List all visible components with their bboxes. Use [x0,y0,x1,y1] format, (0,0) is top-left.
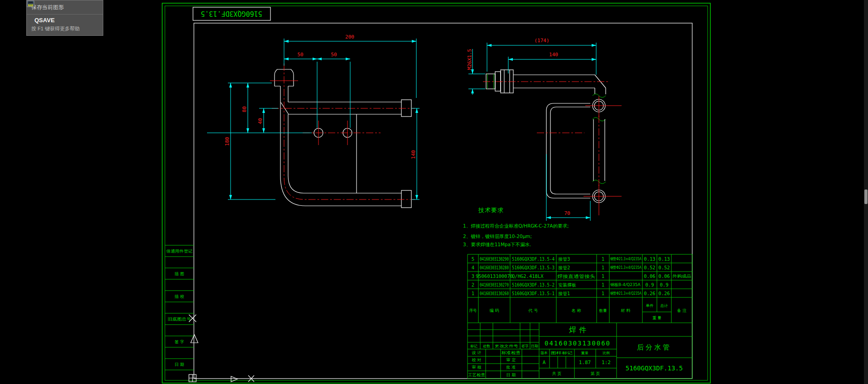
tooltip-help-hint: 按 F1 键获得更多帮助 [27,24,103,35]
front-view-dimensions: 200 50 50 180 80 40 140 [207,34,420,199]
svg-text:处数: 处数 [483,344,490,348]
dim-140-side: 140 [549,52,558,58]
svg-text:安装撑板: 安装撑板 [558,282,576,287]
dim-50-b: 50 [331,52,337,58]
svg-text:比例: 比例 [603,351,610,355]
svg-text:1: 1 [602,291,604,296]
drawing-canvas: 5160GQX3DF.13.5 借通用件登记 描 图 描 校 旧底图总号 签 字… [0,0,868,384]
col-header-total: 总计 [660,303,669,308]
side-view-dimensions: (174) 140 M26X1.5 70 [467,38,596,221]
svg-text:5160GQX3DF.13.5-1: 5160GQX3DF.13.5-1 [512,291,555,296]
lower-pipe-cap [401,190,411,208]
svg-text:钢管Φ21.3×4/Q235A: 钢管Φ21.3×4/Q235A [610,291,642,296]
table-row: 5 04160303130290 5160GQX3DF.13.5-4 接管3 1… [472,256,670,262]
svg-text:0.13: 0.13 [658,256,670,262]
svg-text:1: 1 [602,282,604,287]
pipe-section-bottom [583,185,622,215]
col-header-name: 名 称 [572,308,581,313]
ucs-axis-arrow [231,376,237,382]
col-header-weight: 重 量 [652,316,661,320]
dim-70: 70 [564,210,570,216]
strip-label: 描 校 [174,294,184,299]
svg-text:9506013100070: 9506013100070 [476,273,513,279]
dim-thread: M26X1.5 [467,49,473,70]
tech-req-line: 3、要求焊缝在11Mpa下不漏水. [463,242,531,247]
table-row: 2 04160303130270 5160GQX3DF.13.5-2 安装撑板 … [472,282,669,287]
qsave-tooltip: 保存当前图形 QSAVE 按 F1 键获得更多帮助 [26,0,103,36]
dim-200: 200 [345,34,354,40]
autocad-modelspace: 5160GQX3DF.13.5 借通用件登记 描 图 描 校 旧底图总号 签 字… [0,0,868,384]
side-view: (174) 140 M26X1.5 70 [467,38,622,221]
weight-value: 1.87 [579,360,591,365]
svg-text:0.52: 0.52 [644,265,655,270]
svg-text:焊接直通管接头: 焊接直通管接头 [557,274,595,279]
scale-value: 1:2 [602,360,611,365]
lower-pipe [280,176,401,206]
svg-text:钢板B-4/Q235A: 钢板B-4/Q235A [610,282,641,287]
table-row: 3 9506013100070 Q/HG2.418LX 焊接直通管接头 1 0.… [472,273,691,279]
svg-text:2: 2 [472,282,474,287]
dim-140-front: 140 [410,150,416,159]
dim-80: 80 [241,106,247,112]
tube-profile-inner [550,107,590,194]
col-header-seq: 序号 [469,308,477,313]
svg-text:第 页: 第 页 [591,371,600,376]
vertical-scrollbar[interactable] [864,0,868,384]
front-view: 200 50 50 180 80 40 140 [207,34,420,208]
svg-text:图样标记: 图样标记 [551,351,573,355]
svg-text:0.13: 0.13 [644,256,655,262]
svg-text:04160303130290: 04160303130290 [480,256,509,262]
tube-profile-outer [546,103,590,198]
dim-174: (174) [534,38,549,44]
strip-label: 旧底图总号 [168,317,191,321]
svg-text:0.06: 0.06 [644,273,655,279]
table-row: 1 04160303130260 5160GQX3DF.13.5-1 接管1 1… [472,291,670,296]
svg-text:外购成品: 外购成品 [672,274,691,278]
tech-requirements: 技术要求 1、焊接过程符合企业标准Q/HRGK-C-27A的要求; 2、镀锌，镀… [463,207,569,247]
svg-text:接管2: 接管2 [558,265,570,270]
svg-text:0.26: 0.26 [644,291,655,296]
svg-text:04160303130280: 04160303130280 [480,265,509,270]
svg-text:5160GQX3DF.13.5-2: 5160GQX3DF.13.5-2 [512,282,555,287]
title-block: 标记 处数 更改文件号 签字 日期 设 计 标准检查 校 对 审 定 审 核 批… [468,323,692,379]
svg-text:1: 1 [602,265,604,270]
inner-frame [194,23,692,379]
sheet-border [162,3,710,383]
drawing-number: 5160GQX3DF.13.5 [626,365,683,372]
scrollbar-handle[interactable] [864,190,868,204]
dim-50-a: 50 [297,52,303,58]
svg-text:Q/HG2.418LX: Q/HG2.418LX [512,273,544,279]
svg-text:版本: 版本 [540,351,548,355]
svg-text:04160303130260: 04160303130260 [480,291,509,296]
svg-text:0.06: 0.06 [658,273,670,279]
tooltip-command: QSAVE [34,17,55,24]
table-row: 4 04160303130280 5160GQX3DF.13.5-3 接管2 1… [472,265,670,270]
svg-text:标准检查: 标准检查 [501,350,521,355]
svg-text:1: 1 [602,256,604,262]
strip-label: 日 期 [175,362,184,367]
svg-text:设 计: 设 计 [472,350,482,355]
col-header-remark: 备 注 [677,308,687,313]
svg-text:0.9: 0.9 [646,282,654,287]
dim-40: 40 [257,118,263,124]
svg-text:校 对: 校 对 [472,358,482,362]
part-name: 后分水管 [637,343,671,351]
svg-text:0.26: 0.26 [658,291,670,296]
svg-text:接管3: 接管3 [558,257,570,262]
pipe-section-top [585,96,622,117]
svg-text:共 页: 共 页 [552,371,562,376]
svg-text:日期: 日期 [531,344,538,348]
tooltip-title: 保存当前图形 [27,0,103,15]
col-header-dwg: 代 号 [528,308,538,313]
svg-text:钢管Φ21.3×4/Q235A: 钢管Φ21.3×4/Q235A [610,265,642,270]
svg-text:重量: 重量 [581,351,588,355]
pipe-body [513,75,606,94]
svg-text:更改文件号: 更改文件号 [495,344,518,348]
svg-text:签字: 签字 [521,344,529,348]
strip-label: 借通用件登记 [166,249,193,253]
stamp-box: 5160GQX3DF.13.5 [193,7,270,20]
ucs-icon [189,374,254,382]
col-header-code: 编 码 [490,308,499,313]
meta-grid: 版本 图样标记 重量 比例 A 1.87 1:2 共 页 第 页 [540,351,611,376]
strip-label: 描 图 [174,272,184,276]
